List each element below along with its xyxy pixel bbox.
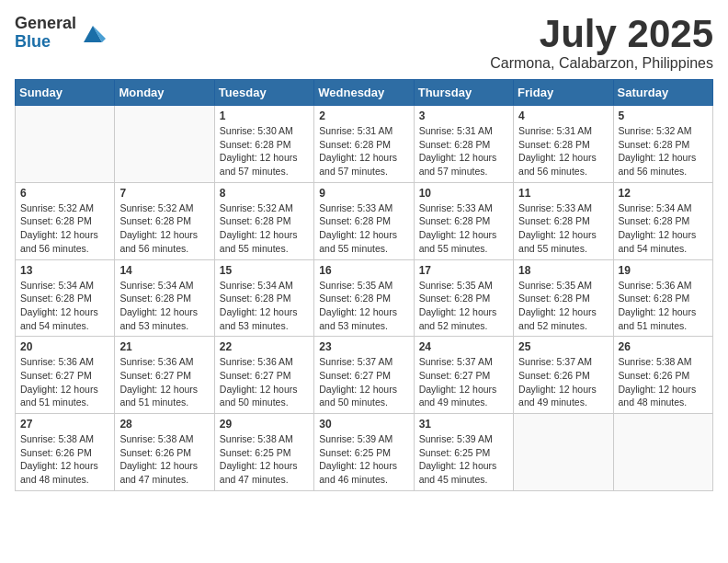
day-number: 19 xyxy=(619,264,708,277)
day-number: 2 xyxy=(319,109,408,122)
day-info: Sunrise: 5:34 AMSunset: 6:28 PMDaylight:… xyxy=(619,202,697,254)
day-info: Sunrise: 5:33 AMSunset: 6:28 PMDaylight:… xyxy=(518,202,597,254)
weekday-header: Saturday xyxy=(613,80,712,106)
day-number: 3 xyxy=(419,109,508,122)
calendar-cell: 1 Sunrise: 5:30 AMSunset: 6:28 PMDayligh… xyxy=(214,106,313,183)
calendar-cell: 15 Sunrise: 5:34 AMSunset: 6:28 PMDaylig… xyxy=(214,259,313,337)
week-row: 13 Sunrise: 5:34 AMSunset: 6:28 PMDaylig… xyxy=(16,259,713,337)
day-number: 27 xyxy=(20,418,109,431)
month-title: July 2025 xyxy=(490,15,713,53)
week-row: 27 Sunrise: 5:38 AMSunset: 6:26 PMDaylig… xyxy=(16,414,713,491)
calendar-cell: 18 Sunrise: 5:35 AMSunset: 6:28 PMDaylig… xyxy=(514,259,613,337)
calendar-cell xyxy=(514,414,613,491)
logo-icon xyxy=(80,20,106,46)
day-info: Sunrise: 5:36 AMSunset: 6:27 PMDaylight:… xyxy=(20,356,98,408)
day-info: Sunrise: 5:31 AMSunset: 6:28 PMDaylight:… xyxy=(419,125,497,177)
day-number: 10 xyxy=(419,187,508,200)
calendar-cell xyxy=(115,106,214,183)
day-info: Sunrise: 5:39 AMSunset: 6:25 PMDaylight:… xyxy=(319,433,397,485)
day-number: 17 xyxy=(419,264,508,277)
day-number: 8 xyxy=(220,187,309,200)
day-number: 1 xyxy=(220,109,309,122)
day-info: Sunrise: 5:31 AMSunset: 6:28 PMDaylight:… xyxy=(319,125,397,177)
day-info: Sunrise: 5:35 AMSunset: 6:28 PMDaylight:… xyxy=(419,280,497,331)
calendar-cell: 17 Sunrise: 5:35 AMSunset: 6:28 PMDaylig… xyxy=(414,259,513,337)
calendar-cell: 16 Sunrise: 5:35 AMSunset: 6:28 PMDaylig… xyxy=(314,259,414,337)
day-number: 22 xyxy=(220,340,309,353)
location-title: Carmona, Calabarzon, Philippines xyxy=(490,55,713,72)
week-row: 6 Sunrise: 5:32 AMSunset: 6:28 PMDayligh… xyxy=(16,182,713,259)
calendar-cell: 24 Sunrise: 5:37 AMSunset: 6:27 PMDaylig… xyxy=(414,337,513,414)
page-header: General Blue July 2025 Carmona, Calabarz… xyxy=(15,15,713,72)
calendar-cell: 26 Sunrise: 5:38 AMSunset: 6:26 PMDaylig… xyxy=(613,337,712,414)
day-info: Sunrise: 5:32 AMSunset: 6:28 PMDaylight:… xyxy=(119,202,198,254)
day-info: Sunrise: 5:31 AMSunset: 6:28 PMDaylight:… xyxy=(518,125,597,177)
day-number: 18 xyxy=(518,264,608,277)
calendar-cell: 7 Sunrise: 5:32 AMSunset: 6:28 PMDayligh… xyxy=(115,182,214,259)
day-number: 20 xyxy=(20,340,109,353)
day-number: 5 xyxy=(619,109,708,122)
weekday-header: Thursday xyxy=(414,80,513,106)
week-row: 1 Sunrise: 5:30 AMSunset: 6:28 PMDayligh… xyxy=(16,106,713,183)
calendar-cell: 25 Sunrise: 5:37 AMSunset: 6:26 PMDaylig… xyxy=(514,337,613,414)
day-number: 25 xyxy=(518,340,608,353)
day-number: 14 xyxy=(119,264,209,277)
day-number: 21 xyxy=(119,340,209,353)
calendar-cell: 19 Sunrise: 5:36 AMSunset: 6:28 PMDaylig… xyxy=(613,259,712,337)
day-number: 7 xyxy=(119,187,209,200)
logo-general-text: General xyxy=(15,15,76,33)
calendar-cell: 9 Sunrise: 5:33 AMSunset: 6:28 PMDayligh… xyxy=(314,182,414,259)
day-info: Sunrise: 5:35 AMSunset: 6:28 PMDaylight:… xyxy=(319,280,397,331)
day-number: 12 xyxy=(619,187,708,200)
calendar-cell: 29 Sunrise: 5:38 AMSunset: 6:25 PMDaylig… xyxy=(214,414,313,491)
calendar-cell: 10 Sunrise: 5:33 AMSunset: 6:28 PMDaylig… xyxy=(414,182,513,259)
day-info: Sunrise: 5:34 AMSunset: 6:28 PMDaylight:… xyxy=(119,280,198,331)
day-info: Sunrise: 5:37 AMSunset: 6:26 PMDaylight:… xyxy=(518,356,597,408)
day-info: Sunrise: 5:32 AMSunset: 6:28 PMDaylight:… xyxy=(220,202,298,254)
day-number: 16 xyxy=(319,264,408,277)
week-row: 20 Sunrise: 5:36 AMSunset: 6:27 PMDaylig… xyxy=(16,337,713,414)
logo: General Blue xyxy=(15,15,106,52)
day-info: Sunrise: 5:38 AMSunset: 6:26 PMDaylight:… xyxy=(619,356,697,408)
day-info: Sunrise: 5:36 AMSunset: 6:27 PMDaylight:… xyxy=(220,356,298,408)
day-number: 28 xyxy=(119,418,209,431)
day-number: 11 xyxy=(518,187,608,200)
calendar-cell: 11 Sunrise: 5:33 AMSunset: 6:28 PMDaylig… xyxy=(514,182,613,259)
weekday-header: Tuesday xyxy=(214,80,313,106)
calendar-table: SundayMondayTuesdayWednesdayThursdayFrid… xyxy=(15,79,713,491)
calendar-cell: 28 Sunrise: 5:38 AMSunset: 6:26 PMDaylig… xyxy=(115,414,214,491)
calendar-cell: 30 Sunrise: 5:39 AMSunset: 6:25 PMDaylig… xyxy=(314,414,414,491)
day-info: Sunrise: 5:38 AMSunset: 6:25 PMDaylight:… xyxy=(220,433,298,485)
weekday-header: Friday xyxy=(514,80,613,106)
title-block: July 2025 Carmona, Calabarzon, Philippin… xyxy=(490,15,713,72)
weekday-header: Wednesday xyxy=(314,80,414,106)
weekday-header: Sunday xyxy=(16,80,115,106)
calendar-cell: 23 Sunrise: 5:37 AMSunset: 6:27 PMDaylig… xyxy=(314,337,414,414)
calendar-cell: 8 Sunrise: 5:32 AMSunset: 6:28 PMDayligh… xyxy=(214,182,313,259)
day-number: 24 xyxy=(419,340,508,353)
day-info: Sunrise: 5:35 AMSunset: 6:28 PMDaylight:… xyxy=(518,280,597,331)
weekday-header: Monday xyxy=(115,80,214,106)
day-info: Sunrise: 5:37 AMSunset: 6:27 PMDaylight:… xyxy=(319,356,397,408)
day-info: Sunrise: 5:33 AMSunset: 6:28 PMDaylight:… xyxy=(319,202,397,254)
day-info: Sunrise: 5:34 AMSunset: 6:28 PMDaylight:… xyxy=(220,280,298,331)
calendar-cell: 27 Sunrise: 5:38 AMSunset: 6:26 PMDaylig… xyxy=(16,414,115,491)
calendar-cell xyxy=(16,106,115,183)
day-number: 30 xyxy=(319,418,408,431)
day-info: Sunrise: 5:36 AMSunset: 6:27 PMDaylight:… xyxy=(119,356,198,408)
day-info: Sunrise: 5:33 AMSunset: 6:28 PMDaylight:… xyxy=(419,202,497,254)
day-number: 13 xyxy=(20,264,109,277)
day-number: 23 xyxy=(319,340,408,353)
calendar-cell: 14 Sunrise: 5:34 AMSunset: 6:28 PMDaylig… xyxy=(115,259,214,337)
calendar-cell: 3 Sunrise: 5:31 AMSunset: 6:28 PMDayligh… xyxy=(414,106,513,183)
calendar-cell: 12 Sunrise: 5:34 AMSunset: 6:28 PMDaylig… xyxy=(613,182,712,259)
day-info: Sunrise: 5:32 AMSunset: 6:28 PMDaylight:… xyxy=(20,202,98,254)
calendar-cell: 13 Sunrise: 5:34 AMSunset: 6:28 PMDaylig… xyxy=(16,259,115,337)
day-info: Sunrise: 5:34 AMSunset: 6:28 PMDaylight:… xyxy=(20,280,98,331)
day-number: 26 xyxy=(619,340,708,353)
calendar-cell: 21 Sunrise: 5:36 AMSunset: 6:27 PMDaylig… xyxy=(115,337,214,414)
day-number: 29 xyxy=(220,418,309,431)
day-info: Sunrise: 5:38 AMSunset: 6:26 PMDaylight:… xyxy=(119,433,198,485)
day-info: Sunrise: 5:38 AMSunset: 6:26 PMDaylight:… xyxy=(20,433,98,485)
calendar-cell: 6 Sunrise: 5:32 AMSunset: 6:28 PMDayligh… xyxy=(16,182,115,259)
